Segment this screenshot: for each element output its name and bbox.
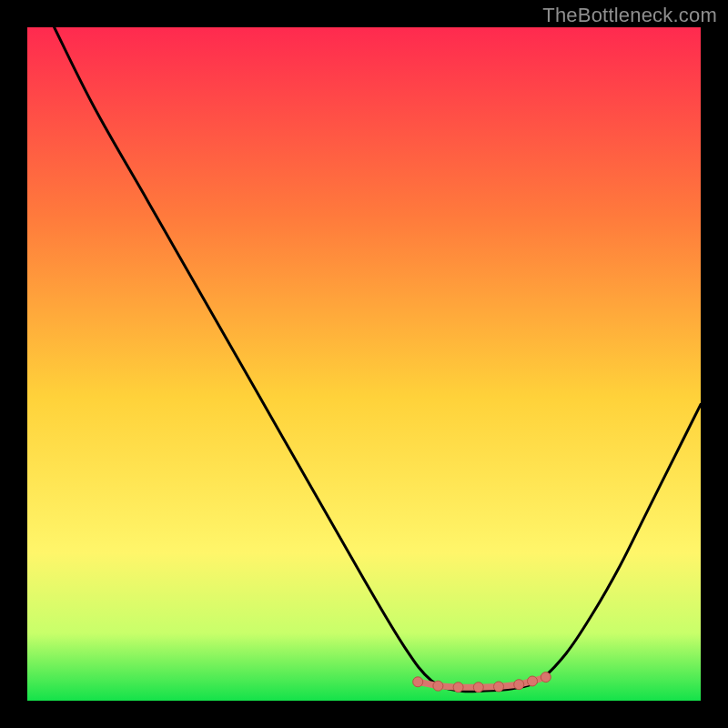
optimal-band-marker: [453, 682, 463, 693]
optimal-band-marker: [473, 682, 483, 693]
optimal-band-marker: [433, 681, 443, 691]
chart-svg: [27, 27, 701, 701]
optimal-band-marker: [413, 677, 423, 687]
watermark-text: TheBottleneck.com: [542, 4, 717, 27]
optimal-band-marker: [494, 682, 504, 692]
optimal-band-marker: [528, 676, 538, 686]
plot-area: [27, 27, 701, 701]
optimal-band-marker: [514, 680, 524, 690]
optimal-band-marker: [541, 672, 551, 682]
chart-frame: TheBottleneck.com: [0, 0, 728, 728]
